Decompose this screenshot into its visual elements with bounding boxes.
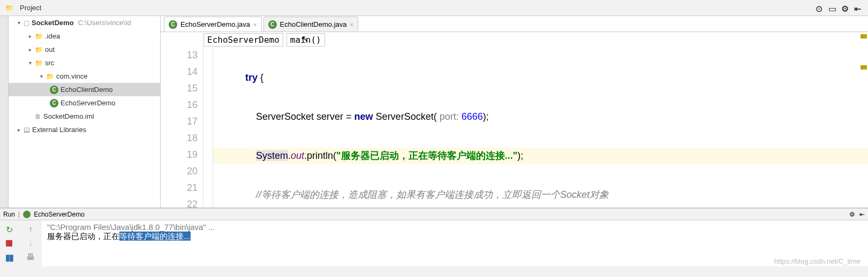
close-icon[interactable]: × — [350, 21, 353, 28]
tree-package[interactable]: ▾ 📁 com.vince — [9, 70, 160, 83]
gear-icon[interactable]: ⚙ — [841, 4, 850, 12]
tab-client[interactable]: C EchoClientDemo.java × — [263, 17, 358, 32]
stop-button[interactable] — [3, 237, 15, 249]
project-label: Project — [20, 4, 41, 12]
chevron-down-icon[interactable]: ▾ — [16, 20, 21, 26]
line-number: 16 — [161, 97, 198, 113]
crumb-class[interactable]: EchoServerDemo — [203, 33, 283, 47]
tree-item-label: EchoServerDemo — [61, 99, 116, 107]
package-icon: 📁 — [46, 73, 54, 80]
code-text: ServerSocket( — [373, 111, 440, 122]
code-number: 6666 — [459, 111, 483, 122]
tab-label: EchoClientDemo.java — [280, 20, 347, 28]
print-button[interactable]: 🖶 — [25, 251, 36, 263]
console-line: "C:\Program Files\Java\jdk1.8.0_77\bin\j… — [47, 222, 863, 232]
fold-gutter[interactable] — [203, 47, 213, 207]
code-text: ); — [483, 111, 489, 122]
scroll-down-button[interactable]: ↓ — [25, 237, 36, 249]
code-text: { — [258, 72, 263, 83]
run-tool-window: Run | EchoServerDemo ⚙ ⇤ ↻ ↑ ↓ ▮▮ 🖶 "C:\… — [0, 207, 868, 266]
warning-marker[interactable] — [861, 65, 867, 70]
file-icon: 🗎 — [35, 113, 41, 120]
run-config-name: EchoServerDemo — [34, 211, 85, 218]
project-sidebar: ▾ ▢ SocketDemo C:\Users\vince\Id ▸ 📁 .id… — [9, 16, 161, 207]
code-string: "服务器已启动，正在等待客户端的连接..." — [336, 150, 517, 161]
tab-label: EchoServerDemo.java — [180, 20, 250, 28]
line-number: 15 — [161, 80, 198, 97]
class-icon: C — [268, 20, 277, 29]
run-header: Run | EchoServerDemo ⚙ ⇤ — [0, 209, 868, 220]
tree-item-label: src — [45, 59, 54, 67]
close-icon[interactable]: × — [253, 21, 256, 28]
gear-icon[interactable]: ⚙ — [849, 211, 855, 218]
line-number: 14 — [161, 64, 198, 80]
tree-item-label: .idea — [45, 32, 60, 40]
tree-root[interactable]: ▾ ▢ SocketDemo C:\Users\vince\Id — [9, 16, 160, 29]
module-icon: ▢ — [24, 19, 29, 27]
tree-item-label: SocketDemo.iml — [43, 112, 94, 120]
chevron-down-icon[interactable]: ▾ — [39, 73, 44, 79]
tree-item-label: External Libraries — [32, 126, 86, 134]
line-number: 19 — [161, 147, 198, 163]
tree-item-label: EchoClientDemo — [61, 86, 113, 94]
editor-area: C EchoServerDemo.java × C EchoClientDemo… — [161, 16, 868, 207]
chevron-right-icon[interactable]: ▸ — [16, 127, 21, 133]
run-console[interactable]: "C:\Program Files\Java\jdk1.8.0_77\bin\j… — [42, 220, 868, 266]
target-icon[interactable]: ⊙ — [816, 4, 824, 12]
tree-item-label: com.vince — [56, 72, 88, 80]
warning-marker[interactable] — [861, 34, 867, 39]
line-number: 17 — [161, 113, 198, 130]
line-number: 13 — [161, 47, 198, 64]
tab-server[interactable]: C EchoServerDemo.java × — [164, 17, 262, 32]
crumb-method[interactable]: main() — [286, 33, 325, 47]
line-gutter: 13 14 15 16 17 18 19 20 21 22 — [161, 47, 203, 207]
line-number: 21 — [161, 180, 198, 196]
tree-ext-libs[interactable]: ▸ 🕮 External Libraries — [9, 123, 160, 136]
console-line: 服务器已启动，正在等待客户端的连接... — [47, 232, 863, 242]
run-sep: | — [18, 211, 20, 218]
top-toolbar: 📁 Project ⊙ ▭ ⚙ ⇤ — [0, 0, 868, 16]
tree-file-server[interactable]: C EchoServerDemo — [9, 96, 160, 110]
watermark: https://blog.csdn.net/C_time — [774, 257, 861, 265]
tree-iml[interactable]: 🗎 SocketDemo.iml — [9, 110, 160, 123]
chevron-right-icon[interactable]: ▸ — [27, 47, 33, 52]
line-number: 20 — [161, 163, 198, 180]
code-text: .println( — [304, 150, 336, 161]
tree-src[interactable]: ▾ 📁 src — [9, 56, 160, 70]
tree-out[interactable]: ▸ 📁 out — [9, 43, 160, 56]
folder-icon: 📁 — [35, 33, 43, 40]
line-number: 22 — [161, 196, 198, 207]
code-text: System — [256, 150, 288, 161]
line-number: 18 — [161, 130, 198, 147]
class-icon: C — [169, 20, 177, 29]
code-keyword: new — [354, 111, 373, 122]
source-folder-icon: 📁 — [35, 59, 43, 67]
project-tree[interactable]: ▾ ▢ SocketDemo C:\Users\vince\Id ▸ 📁 .id… — [9, 16, 160, 207]
editor-marker-stripe[interactable] — [859, 31, 867, 207]
hide-icon[interactable]: ⇤ — [854, 4, 863, 12]
hide-icon[interactable]: ⇤ — [859, 211, 865, 218]
inlay-hint: port: — [440, 111, 459, 122]
code-text: ServerSocket server = — [256, 111, 354, 122]
chevron-right-icon[interactable]: ▸ — [27, 33, 33, 39]
tree-file-client[interactable]: C EchoClientDemo — [9, 83, 160, 96]
run-toolbar: ↻ ↑ ↓ ▮▮ 🖶 — [0, 220, 42, 266]
pause-button[interactable]: ▮▮ — [3, 251, 15, 263]
class-icon: C — [50, 99, 58, 107]
chevron-down-icon[interactable]: ▾ — [27, 60, 33, 66]
class-icon: C — [50, 86, 58, 94]
code-editor[interactable]: 13 14 15 16 17 18 19 20 21 22 try { Serv… — [161, 47, 868, 207]
left-tool-stripe[interactable] — [0, 16, 9, 207]
code-text: ); — [517, 150, 523, 161]
folder-icon: 📁 — [5, 4, 13, 12]
tree-root-label: SocketDemo — [32, 19, 74, 27]
run-title: Run — [3, 211, 15, 218]
folder-icon: 📁 — [35, 46, 43, 53]
library-icon: 🕮 — [24, 126, 30, 134]
tree-idea[interactable]: ▸ 📁 .idea — [9, 29, 160, 43]
collapse-icon[interactable]: ▭ — [828, 4, 837, 12]
code-field: out — [291, 150, 304, 161]
scroll-up-button[interactable]: ↑ — [25, 224, 36, 235]
code-content[interactable]: try { ServerSocket server = new ServerSo… — [213, 47, 868, 207]
rerun-button[interactable]: ↻ — [3, 224, 15, 235]
